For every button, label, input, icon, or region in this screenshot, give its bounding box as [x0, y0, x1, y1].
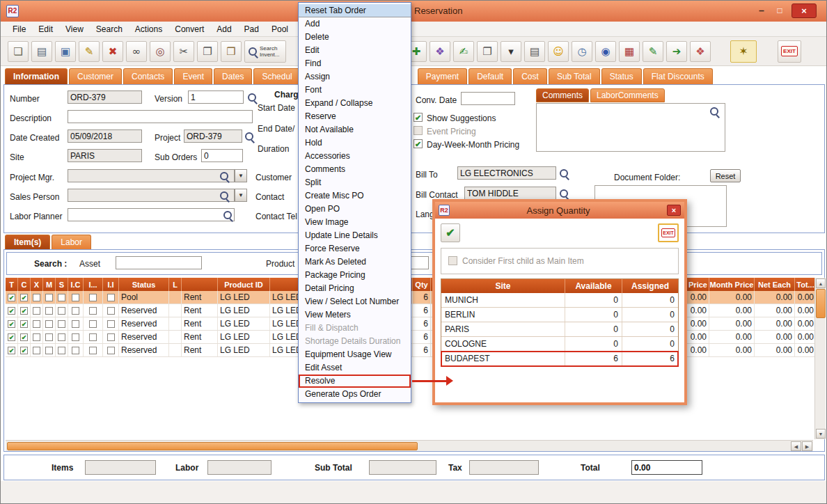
context-menu-item[interactable]: View Image [299, 216, 411, 229]
save-all-button[interactable]: ◉ [595, 41, 616, 62]
context-menu-item[interactable]: Hold [299, 136, 411, 150]
vertical-scroll-thumb[interactable] [816, 289, 826, 318]
colored-balls-button[interactable]: ❖ [690, 41, 711, 62]
context-menu-item[interactable]: Create Misc PO [299, 189, 411, 203]
context-menu-item[interactable]: Detail Pricing [299, 282, 411, 295]
bill-to-field[interactable] [457, 166, 556, 180]
maximize-button[interactable]: □ [772, 3, 787, 17]
site-table-row[interactable]: COLOGNE 0 0 [441, 337, 678, 352]
labor-planner-field[interactable] [68, 208, 235, 221]
comments-search-icon[interactable] [709, 106, 720, 117]
row-checkbox-i[interactable] [84, 344, 103, 356]
main-tab[interactable]: Payment [418, 68, 467, 84]
context-menu-item[interactable]: Edit [299, 44, 411, 57]
context-menu-item[interactable]: Font [299, 84, 411, 97]
project-mgr-dropdown[interactable]: ▼ [235, 169, 247, 182]
magic-wand-button[interactable]: ✶ [730, 40, 757, 63]
print-button[interactable]: ▤ [31, 41, 52, 62]
exit-button[interactable]: EXIT [778, 40, 801, 63]
tax-field[interactable] [469, 460, 539, 475]
row-checkbox-ii[interactable] [103, 344, 119, 356]
row-checkbox-i[interactable] [84, 317, 103, 330]
tab-labor-comments[interactable]: LaborComments [590, 88, 665, 102]
main-tab[interactable]: Customer [69, 68, 122, 84]
menubar-item[interactable]: Actions [129, 23, 168, 36]
site-field[interactable] [68, 149, 142, 162]
horizontal-scroll-thumb[interactable] [7, 442, 418, 450]
row-checkbox-x[interactable] [31, 344, 43, 356]
site-table-row[interactable]: BUDAPEST 6 6 [441, 352, 678, 366]
cut-button[interactable]: ✂ [173, 41, 194, 62]
scroll-left-arrow[interactable]: ◀ [791, 441, 801, 451]
items-tab[interactable]: Item(s) [5, 235, 50, 249]
context-menu-item[interactable]: Open PO [299, 203, 411, 216]
context-menu-item[interactable]: Equipment Usage View [299, 348, 411, 361]
row-checkbox-ii[interactable] [103, 304, 119, 317]
context-menu-item[interactable]: Force Reserve [299, 242, 411, 255]
menubar-item[interactable]: Pool [265, 23, 294, 36]
context-menu-item[interactable]: Mark As Deleted [299, 255, 411, 269]
menubar-item[interactable]: View [59, 23, 90, 36]
main-tab[interactable]: Flat Discounts [643, 68, 713, 84]
row-checkbox-s[interactable] [56, 291, 68, 304]
edit-pencil-button[interactable]: ✎ [79, 41, 100, 62]
context-menu-item[interactable]: Split [299, 176, 411, 189]
main-tab[interactable]: Status [601, 68, 642, 84]
main-tab[interactable]: Schedul [253, 68, 300, 84]
version-field[interactable] [188, 90, 244, 104]
project-search-icon[interactable] [244, 131, 255, 142]
asset-search-input[interactable] [116, 256, 202, 269]
row-checkbox-ic[interactable] [68, 331, 84, 343]
menubar-item[interactable]: Add [210, 23, 237, 36]
row-checkbox-x[interactable] [31, 317, 43, 330]
comments-textarea[interactable] [536, 103, 725, 152]
row-checkbox-s[interactable] [56, 331, 68, 343]
vertical-scrollbar[interactable]: ▲ ▼ [814, 278, 826, 439]
row-checkbox-c[interactable] [18, 344, 31, 356]
menubar-item[interactable]: Search [90, 23, 129, 36]
menubar-item[interactable]: Convert [168, 23, 210, 36]
row-checkbox-t[interactable] [6, 344, 18, 356]
labor-planner-search-icon[interactable] [222, 210, 233, 221]
delete-button[interactable]: ✖ [102, 41, 123, 62]
site-table-row[interactable]: MUNICH 0 0 [441, 293, 678, 308]
row-checkbox-m[interactable] [43, 304, 56, 317]
smiley-button[interactable]: ☺ [548, 41, 569, 62]
context-menu-item[interactable]: Expand / Collapse [299, 97, 411, 110]
menubar-item[interactable]: Pad [238, 23, 265, 36]
row-checkbox-c[interactable] [18, 291, 31, 304]
main-tab[interactable]: Dates [214, 68, 252, 84]
project-mgr-field[interactable] [68, 169, 235, 182]
more-dropdown-button[interactable]: ▾ [501, 41, 521, 62]
main-tab[interactable]: Information [5, 68, 68, 84]
number-field[interactable] [68, 90, 142, 104]
main-tab[interactable]: Cost [513, 68, 547, 84]
duplicate-cards-button[interactable]: ❐ [477, 41, 498, 62]
show-suggestions-checkbox[interactable]: ✔ [414, 113, 423, 122]
scroll-right-arrow[interactable]: ▶ [802, 441, 812, 451]
print-preview-button[interactable]: ▤ [524, 41, 545, 62]
context-menu-item[interactable]: Edit Asset [299, 361, 411, 375]
dialog-confirm-button[interactable]: ✔ [441, 223, 460, 242]
export-button[interactable]: ➔ [666, 41, 687, 62]
site-table-row[interactable]: PARIS 0 0 [441, 322, 678, 337]
description-field[interactable] [68, 110, 253, 123]
edit-details-button[interactable]: ✎ [643, 41, 663, 62]
row-checkbox-m[interactable] [43, 291, 56, 304]
row-checkbox-i[interactable] [84, 304, 103, 317]
horizontal-scrollbar[interactable]: ◀ ▶ [6, 440, 813, 451]
items-tab[interactable]: Labor [52, 235, 91, 249]
context-menu-item[interactable]: Not Available [299, 123, 411, 136]
date-created-field[interactable] [68, 129, 142, 143]
main-tab[interactable]: Event [174, 68, 212, 84]
bill-to-search-icon[interactable] [558, 168, 569, 179]
dialog-close-button[interactable]: × [667, 205, 681, 216]
sub-orders-field[interactable] [201, 149, 243, 162]
main-tab[interactable]: Sub Total [549, 68, 600, 84]
paste-button[interactable]: ❒ [221, 41, 242, 62]
save-button[interactable]: ▣ [55, 41, 76, 62]
site-table-row[interactable]: BERLIN 0 0 [441, 308, 678, 322]
row-checkbox-ic[interactable] [68, 304, 84, 317]
context-menu-item[interactable]: Generate Ops Order [299, 388, 411, 401]
context-menu-item[interactable]: Accessories [299, 150, 411, 163]
